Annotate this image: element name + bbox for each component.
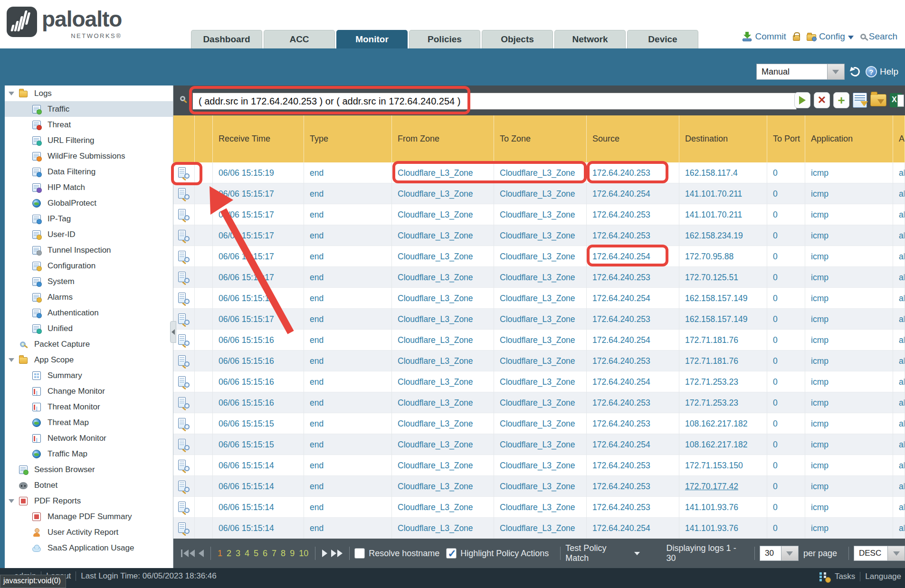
tab-device[interactable]: Device [627, 30, 698, 48]
sidebar-item-globalprotect[interactable]: GlobalProtect [5, 195, 173, 211]
log-detail-button[interactable] [173, 225, 195, 246]
sidebar-item-traffic[interactable]: Traffic [5, 101, 173, 117]
sidebar-item-traffic-map[interactable]: Traffic Map [5, 446, 173, 462]
sidebar-item-configuration[interactable]: Configuration [5, 258, 173, 274]
load-filter-icon[interactable] [870, 94, 886, 106]
column-header-source[interactable]: Source [587, 115, 679, 162]
filter-builder-icon[interactable] [853, 93, 867, 108]
language-button[interactable]: Language [865, 572, 901, 581]
column-header-destination[interactable]: Destination [679, 115, 767, 162]
log-detail-button[interactable] [173, 497, 195, 518]
page-number-7[interactable]: 7 [272, 549, 276, 559]
table-row[interactable]: 06/06 15:15:17 end Cloudflare_L3_Zone Cl… [173, 288, 905, 309]
refresh-mode-dropdown-button[interactable] [828, 64, 845, 80]
help-icon[interactable] [866, 66, 877, 77]
sidebar-item-authentication[interactable]: Authentication [5, 305, 173, 321]
sidebar-item-packet-capture[interactable]: Packet Capture [5, 336, 173, 352]
table-row[interactable]: 06/06 15:15:14 end Cloudflare_L3_Zone Cl… [173, 518, 905, 539]
sidebar-item-user-activity-report[interactable]: User Activity Report [5, 524, 173, 540]
page-number-9[interactable]: 9 [290, 549, 295, 559]
table-row[interactable]: 06/06 15:15:16 end Cloudflare_L3_Zone Cl… [173, 392, 905, 413]
sidebar-item-pdf-reports[interactable]: PDF Reports [5, 493, 173, 509]
log-detail-button[interactable] [173, 309, 195, 330]
log-detail-button[interactable] [173, 476, 195, 497]
next-page-button[interactable] [320, 548, 329, 559]
tree-caret-icon[interactable] [9, 358, 14, 362]
sidebar-item-user-id[interactable]: User-ID [5, 227, 173, 242]
lock-icon[interactable] [793, 35, 800, 41]
table-row[interactable]: 06/06 15:15:15 end Cloudflare_L3_Zone Cl… [173, 434, 905, 455]
tab-dashboard[interactable]: Dashboard [191, 30, 262, 48]
log-detail-button[interactable] [173, 518, 195, 539]
highlight-policy-actions-checkbox[interactable] [446, 548, 457, 559]
page-number-3[interactable]: 3 [236, 549, 240, 559]
sidebar-item-hip-match[interactable]: HIP Match [5, 180, 173, 195]
log-detail-button[interactable] [173, 162, 195, 183]
log-detail-button[interactable] [173, 371, 195, 392]
sidebar-item-system[interactable]: System [5, 274, 173, 289]
log-detail-button[interactable] [173, 455, 195, 476]
sort-order-dropdown-button[interactable] [888, 546, 905, 561]
table-row[interactable]: 06/06 15:15:17 end Cloudflare_L3_Zone Cl… [173, 309, 905, 330]
column-header-application[interactable]: Application [805, 115, 893, 162]
tree-caret-icon[interactable] [9, 499, 14, 503]
tab-monitor[interactable]: Monitor [336, 30, 408, 48]
tab-policies[interactable]: Policies [409, 30, 480, 48]
sidebar-item-wildfire-submissions[interactable]: WildFire Submissions [5, 148, 173, 164]
config-menu-button[interactable]: Config [807, 31, 854, 42]
column-header-to-zone[interactable]: To Zone [494, 115, 587, 162]
log-detail-button[interactable] [173, 183, 195, 204]
table-row[interactable]: 06/06 15:15:19 end Cloudflare_L3_Zone Cl… [173, 162, 905, 183]
sidebar-item-network-monitor[interactable]: Network Monitor [5, 430, 173, 446]
page-number-1[interactable]: 1 [218, 549, 222, 559]
table-row[interactable]: 06/06 15:15:17 end Cloudflare_L3_Zone Cl… [173, 246, 905, 267]
refresh-mode-select[interactable]: Manual [756, 64, 845, 80]
sidebar-item-unified[interactable]: Unified [5, 321, 173, 336]
column-header-ac[interactable]: Ac [893, 115, 905, 162]
prev-page-button[interactable] [197, 548, 206, 559]
table-row[interactable]: 06/06 15:15:16 end Cloudflare_L3_Zone Cl… [173, 351, 905, 371]
search-button[interactable]: Search [860, 31, 897, 42]
sidebar-item-data-filtering[interactable]: Data Filtering [5, 164, 173, 180]
column-header-from-zone[interactable]: From Zone [392, 115, 494, 162]
sidebar-item-threat-monitor[interactable]: Threat Monitor [5, 399, 173, 415]
table-row[interactable]: 06/06 15:15:14 end Cloudflare_L3_Zone Cl… [173, 497, 905, 518]
sidebar-item-url-filtering[interactable]: URL Filtering [5, 133, 173, 148]
table-row[interactable]: 06/06 15:15:14 end Cloudflare_L3_Zone Cl… [173, 455, 905, 476]
log-detail-button[interactable] [173, 434, 195, 455]
table-row[interactable]: 06/06 15:15:17 end Cloudflare_L3_Zone Cl… [173, 225, 905, 246]
page-size-select[interactable]: 30 [760, 546, 799, 561]
tab-acc[interactable]: ACC [264, 30, 335, 48]
sidebar-item-alarms[interactable]: Alarms [5, 289, 173, 305]
log-filter-input[interactable] [192, 93, 797, 110]
sidebar-item-threat-map[interactable]: Threat Map [5, 415, 173, 430]
tab-objects[interactable]: Objects [482, 30, 553, 48]
resolve-hostname-checkbox[interactable] [354, 548, 365, 559]
sidebar-item-summary[interactable]: Summary [5, 368, 173, 383]
log-detail-button[interactable] [173, 267, 195, 288]
column-header-receive-time[interactable]: Receive Time [213, 115, 304, 162]
tab-network[interactable]: Network [554, 30, 626, 48]
sidebar-collapse-handle[interactable] [170, 321, 176, 343]
column-header-type[interactable]: Type [304, 115, 392, 162]
add-filter-button[interactable]: + [833, 92, 849, 108]
column-header-to-port[interactable]: To Port [767, 115, 805, 162]
sidebar-item-saas-application-usage[interactable]: SaaS Application Usage [5, 540, 173, 556]
sidebar-item-tunnel-inspection[interactable]: Tunnel Inspection [5, 242, 173, 258]
first-page-button[interactable] [179, 548, 197, 559]
clear-filter-button[interactable]: ✕ [814, 92, 830, 108]
log-detail-button[interactable] [173, 351, 195, 371]
apply-filter-button[interactable] [794, 92, 810, 108]
page-number-4[interactable]: 4 [245, 549, 249, 559]
page-number-5[interactable]: 5 [254, 549, 258, 559]
help-label[interactable]: Help [880, 66, 898, 77]
sort-order-select[interactable]: DESC [854, 546, 905, 561]
sidebar-item-botnet[interactable]: Botnet [5, 477, 173, 493]
export-csv-icon[interactable] [890, 93, 902, 107]
refresh-icon[interactable] [849, 66, 862, 78]
sidebar-item-change-monitor[interactable]: Change Monitor [5, 383, 173, 399]
cell-destination[interactable]: 172.70.177.42 [679, 476, 767, 497]
log-detail-button[interactable] [173, 204, 195, 225]
log-detail-button[interactable] [173, 392, 195, 413]
table-row[interactable]: 06/06 15:15:15 end Cloudflare_L3_Zone Cl… [173, 413, 905, 434]
